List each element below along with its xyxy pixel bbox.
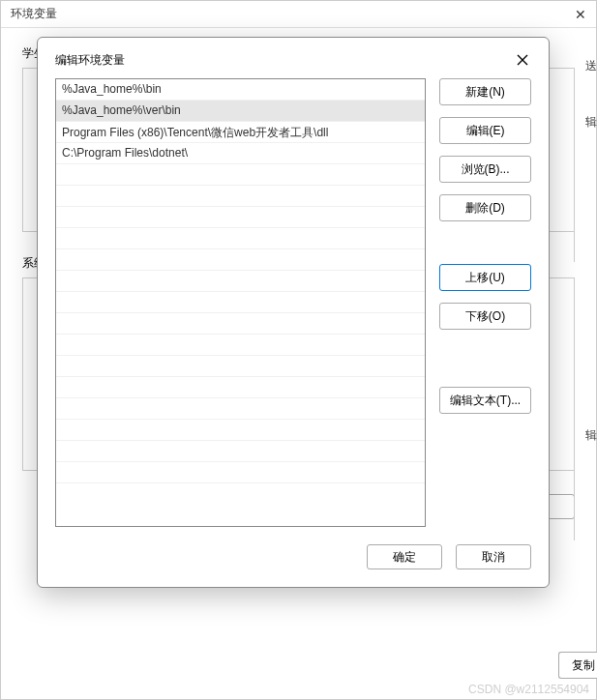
copy-button-partial[interactable]: 复制	[558, 652, 597, 679]
list-item-empty[interactable]	[56, 356, 425, 377]
list-item[interactable]: C:\Program Files\dotnet\	[56, 143, 425, 164]
move-down-button[interactable]: 下移(O)	[439, 303, 531, 330]
list-item-empty[interactable]	[56, 462, 425, 483]
close-icon[interactable]	[514, 51, 531, 69]
new-button[interactable]: 新建(N)	[439, 78, 531, 105]
delete-button[interactable]: 删除(D)	[439, 194, 531, 221]
list-item-empty[interactable]	[56, 164, 425, 186]
list-item-empty[interactable]	[56, 207, 425, 228]
list-item-empty[interactable]	[56, 228, 425, 249]
list-item-empty[interactable]	[56, 313, 425, 335]
list-item-empty[interactable]	[56, 249, 425, 271]
list-item[interactable]: %Java_home%\ver\bin	[56, 101, 425, 122]
side-buttons: 新建(N) 编辑(E) 浏览(B)... 删除(D) 上移(U) 下移(O) 编…	[439, 78, 531, 527]
dialog-footer: 确定 取消	[38, 533, 549, 587]
browse-button[interactable]: 浏览(B)...	[439, 156, 531, 183]
list-item-empty[interactable]	[56, 377, 425, 398]
truncated-offscreen: 送 辑 辑	[585, 58, 597, 316]
list-item[interactable]: Program Files (x86)\Tencent\微信web开发者工具\d…	[56, 122, 425, 143]
parent-title: 环境变量	[11, 6, 57, 22]
parent-close-icon[interactable]: ✕	[575, 7, 586, 22]
list-item-empty[interactable]	[56, 420, 425, 441]
dialog-ok-button[interactable]: 确定	[367, 544, 442, 569]
watermark: CSDN @w2112554904	[468, 683, 589, 696]
list-item-empty[interactable]	[56, 441, 425, 462]
edit-env-var-dialog: 编辑环境变量 %Java_home%\bin %Java_home%\ver\b…	[37, 37, 550, 588]
path-list[interactable]: %Java_home%\bin %Java_home%\ver\bin Prog…	[55, 78, 426, 527]
move-up-button[interactable]: 上移(U)	[439, 264, 531, 291]
dialog-title: 编辑环境变量	[55, 52, 125, 69]
edit-button[interactable]: 编辑(E)	[439, 117, 531, 144]
dialog-cancel-button[interactable]: 取消	[456, 544, 531, 569]
list-item-empty[interactable]	[56, 292, 425, 313]
list-item-empty[interactable]	[56, 398, 425, 420]
list-item-empty[interactable]	[56, 186, 425, 207]
parent-titlebar: 环境变量 ✕	[1, 1, 596, 28]
list-item-empty[interactable]	[56, 335, 425, 356]
list-item-empty[interactable]	[56, 271, 425, 292]
edit-text-button[interactable]: 编辑文本(T)...	[439, 387, 531, 414]
list-item[interactable]: %Java_home%\bin	[56, 79, 425, 101]
